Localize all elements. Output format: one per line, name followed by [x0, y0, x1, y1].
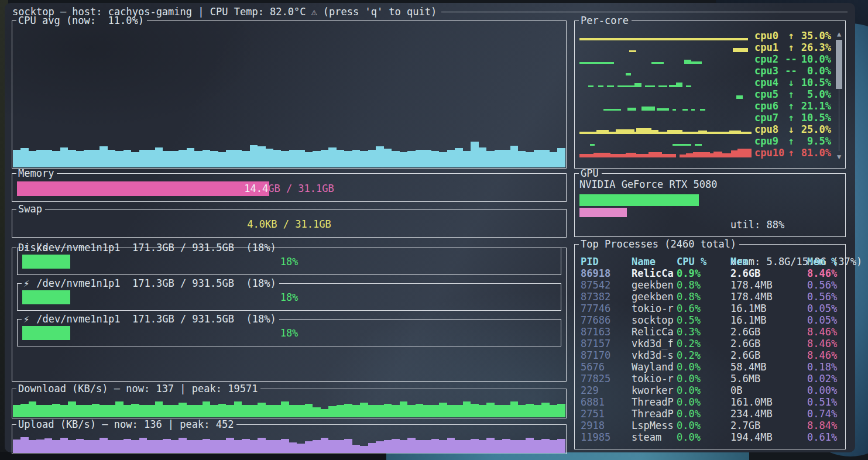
core-row: cpu2--10.0%: [579, 53, 831, 65]
process-mem: 2.6GB: [730, 338, 807, 349]
spark-segment: [695, 144, 702, 146]
core-sparkline: [579, 100, 752, 112]
history-bar: [84, 150, 91, 167]
history-bar: [534, 440, 541, 453]
history-bar: [455, 440, 462, 453]
history-bar: [392, 405, 399, 417]
core-name: cpu1: [754, 42, 785, 53]
process-mem-pct: 8.46%: [807, 338, 842, 349]
core-label: cpu3--0.0%: [754, 65, 831, 77]
core-usage-value: 0.0%: [797, 65, 831, 77]
process-row: 87170vkd3d-s0.2%2.6GB8.46%: [575, 349, 842, 361]
per-core-panel: Per-core cpu0↑35.0%cpu1↑26.3%cpu2--10.0%…: [574, 20, 846, 169]
history-bar: [321, 409, 328, 417]
per-core-scrollbar[interactable]: ▲ ▼: [835, 30, 843, 161]
core-label: cpu4↓10.5%: [754, 77, 831, 88]
spark-segment: [686, 85, 691, 87]
per-core-panel-header: Per-core: [575, 15, 845, 26]
spark-segment: [700, 109, 705, 111]
process-cpu: 0.0%: [677, 396, 730, 408]
history-bar: [431, 151, 439, 167]
history-bar: [321, 150, 328, 167]
history-bar: [68, 440, 76, 453]
history-bar: [439, 152, 447, 167]
process-row: 86918RelicCa0.9%2.6GB8.46%: [575, 267, 842, 279]
process-name: Wayland: [632, 361, 677, 373]
history-bar: [479, 147, 486, 167]
spark-segment: [634, 83, 641, 87]
scrollbar-thumb[interactable]: [836, 40, 842, 89]
spark-segment: [629, 50, 636, 52]
history-bar: [486, 438, 494, 453]
history-bar: [368, 443, 376, 453]
history-bar: [234, 440, 242, 453]
process-row: 5676Wayland0.0%58.4MB0.18%: [575, 361, 842, 373]
core-usage-value: 81.0%: [797, 147, 831, 159]
disk-usage-fill: [22, 326, 70, 340]
history-bar: [557, 148, 565, 167]
spark-segment: [636, 128, 651, 134]
history-bar: [368, 150, 376, 167]
history-bar: [100, 405, 107, 417]
history-bar: [305, 404, 313, 417]
history-bar: [502, 150, 510, 167]
process-cpu: 0.8%: [677, 291, 730, 303]
process-pid: 229: [581, 385, 632, 396]
process-name: ThreadP: [632, 396, 677, 408]
disk-usage-fill: [22, 255, 70, 269]
history-bar: [187, 148, 194, 167]
history-bar: [384, 149, 392, 167]
history-bar: [502, 405, 510, 417]
col-mem-pct: Mem %: [807, 256, 842, 267]
history-bar: [13, 405, 20, 417]
core-name: cpu0: [754, 30, 785, 42]
core-label: cpu1↑26.3%: [754, 42, 831, 53]
process-row: 87542geekben0.8%178.4MB0.56%: [575, 279, 842, 291]
history-bar: [155, 440, 163, 453]
spark-segment: [603, 109, 620, 111]
scrollbar-track[interactable]: [835, 40, 843, 151]
history-bar: [84, 405, 91, 417]
core-usage-value: 25.0%: [797, 123, 831, 135]
spark-segment: [691, 61, 702, 64]
process-mem-pct: 0.74%: [807, 408, 842, 420]
scroll-down-icon[interactable]: ▼: [837, 153, 841, 161]
history-bar: [203, 150, 210, 167]
history-bar: [115, 151, 123, 167]
history-bar: [518, 440, 526, 453]
history-bar: [400, 401, 407, 417]
history-bar: [541, 403, 549, 417]
history-bar: [526, 152, 533, 167]
history-bar: [203, 401, 210, 417]
core-name: cpu7: [754, 112, 785, 123]
core-row: cpu9↑9.5%: [579, 135, 831, 147]
history-bar: [321, 438, 328, 453]
spark-segment: [579, 38, 748, 40]
history-bar: [289, 442, 297, 453]
upload-panel-header: Upload (KB/s) — now: 136 | peak: 452: [12, 418, 566, 430]
process-mem: 234.4MB: [730, 408, 807, 420]
history-bar: [234, 150, 242, 167]
spark-segment: [737, 149, 752, 157]
spark-segment: [680, 155, 687, 157]
history-bar: [13, 150, 20, 167]
process-pid: 86918: [581, 267, 632, 279]
process-row: 87163RelicCa0.3%2.6GB8.46%: [575, 326, 842, 338]
process-name: geekben: [632, 279, 677, 291]
process-cpu: 0.8%: [677, 279, 730, 291]
memory-gauge: 14.4GB / 31.1GB: [17, 181, 561, 196]
terminal-window: socktop — host: cachyos-gaming | CPU Tem…: [5, 3, 855, 452]
process-mem-pct: 8.46%: [807, 349, 842, 361]
process-mem-pct: 0.56%: [807, 279, 842, 291]
scroll-up-icon[interactable]: ▲: [837, 30, 841, 38]
history-bar: [297, 405, 304, 417]
history-bar: [266, 149, 273, 167]
process-pid: 11985: [581, 431, 632, 443]
memory-fill: [17, 181, 269, 196]
history-bar: [250, 440, 258, 453]
process-mem: 2.6GB: [730, 267, 807, 279]
core-sparkline: [579, 123, 752, 135]
history-bar: [360, 403, 368, 417]
process-row: 229kworker0.0%0B0.00%: [575, 385, 842, 396]
history-bar: [218, 440, 226, 453]
